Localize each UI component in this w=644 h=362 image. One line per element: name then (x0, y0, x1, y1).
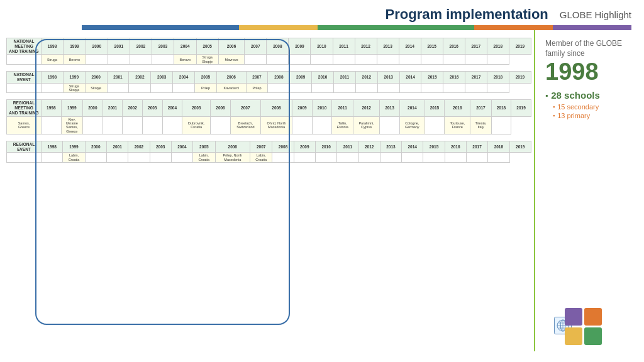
year-header-2-20: 2018 (491, 100, 511, 116)
data-cell-2-19: Toulouse, France (445, 116, 470, 134)
data-cell-2-0: Samos, Greece (7, 116, 42, 134)
data-cell-0-4 (108, 55, 130, 65)
data-cell-2-17: Cologne, Germany (399, 116, 425, 134)
logo-purple-cell (565, 308, 582, 326)
data-cell-0-18 (421, 55, 443, 65)
year-header-0-8: 2006 (218, 38, 245, 55)
year-header-1-11: 2009 (290, 72, 312, 84)
data-cell-3-19 (445, 153, 466, 163)
data-cell-0-16 (377, 55, 399, 65)
data-cell-1-2: Struga Skopje (63, 83, 85, 93)
data-cell-3-9: Prilep, North Macedonia (215, 153, 250, 163)
year-header-3-12: 2010 (315, 141, 336, 153)
data-cell-1-5 (129, 83, 151, 93)
data-cell-2-11: Ohrid, North Macedonia (260, 116, 292, 134)
year-header-2-10: 2008 (260, 100, 292, 116)
year-header-2-2: 2000 (83, 100, 103, 116)
year-header-0-3: 2001 (108, 38, 130, 55)
data-cell-2-15: Paralimni, Cyprus (353, 116, 379, 134)
data-cell-2-18 (425, 116, 445, 134)
sidebar-year: 1998 (545, 60, 635, 84)
year-header-3-2: 2000 (85, 141, 106, 153)
year-header-3-5: 2003 (150, 141, 171, 153)
data-cell-0-20 (465, 55, 487, 65)
data-cell-3-1 (42, 153, 63, 163)
data-cell-3-10: Labin, Croatia (250, 153, 272, 163)
color-bar-segment (239, 25, 318, 30)
timeline-area: NATIONAL MEETING AND TRAINING19981999200… (0, 30, 534, 351)
year-header-2-18: 2016 (445, 100, 470, 116)
year-header-2-3: 2001 (103, 100, 123, 116)
year-header-3-9: 2007 (250, 141, 272, 153)
data-cell-3-14 (337, 153, 358, 163)
year-header-2-17: 2015 (425, 100, 445, 116)
data-cell-1-4 (107, 83, 129, 93)
data-cell-0-10 (245, 55, 267, 65)
year-header-0-14: 2012 (355, 38, 377, 55)
year-header-2-16: 2014 (399, 100, 425, 116)
year-header-3-16: 2014 (402, 141, 423, 153)
data-cell-2-10: Breelach, Switzerland (230, 116, 260, 134)
page-title: Program implementation (386, 6, 548, 23)
year-header-1-6: 2004 (173, 72, 195, 84)
data-cell-3-3 (85, 153, 106, 163)
data-cell-3-20 (466, 153, 487, 163)
data-cell-3-16 (380, 153, 401, 163)
data-cell-1-3: Skopje (85, 83, 107, 93)
timeline-section-3: REGIONAL EVENT19981999200020012002200320… (6, 141, 531, 163)
year-header-1-9: 2007 (246, 72, 268, 84)
data-cell-0-5 (130, 55, 152, 65)
year-header-0-2: 2000 (86, 38, 108, 55)
year-header-3-4: 2002 (128, 141, 150, 153)
year-header-0-7: 2005 (196, 38, 218, 55)
year-header-0-16: 2014 (399, 38, 421, 55)
year-header-0-1: 1999 (64, 38, 86, 55)
data-cell-1-17 (399, 83, 421, 93)
data-cell-3-5 (128, 153, 150, 163)
year-header-2-0: 1998 (42, 100, 62, 116)
year-header-1-12: 2010 (312, 72, 334, 84)
year-header-0-0: 1998 (42, 38, 64, 55)
data-cell-0-6 (152, 55, 174, 65)
svg-rect-9 (584, 308, 602, 326)
logo-orange-cell (584, 308, 602, 326)
data-cell-2-5 (123, 116, 143, 134)
data-cell-3-15 (358, 153, 380, 163)
data-cell-0-14 (333, 55, 355, 65)
year-header-1-15: 2013 (377, 72, 399, 84)
svg-rect-10 (565, 327, 582, 345)
data-cell-1-18 (421, 83, 443, 93)
year-header-1-20: 2018 (487, 72, 509, 84)
year-header-3-1: 1999 (63, 141, 85, 153)
data-cell-2-12 (292, 116, 313, 134)
data-cell-3-18 (423, 153, 445, 163)
data-cell-2-2: Kiev, Ukraine Samos, Greece (61, 116, 82, 134)
year-header-0-9: 2007 (245, 38, 267, 55)
data-cell-1-7 (173, 83, 195, 93)
year-header-2-12: 2010 (312, 100, 332, 116)
year-header-2-13: 2011 (332, 100, 353, 116)
data-cell-1-21 (487, 83, 509, 93)
year-header-3-6: 2004 (171, 141, 192, 153)
year-header-0-18: 2016 (443, 38, 465, 55)
year-header-0-19: 2017 (465, 38, 487, 55)
year-header-0-5: 2003 (152, 38, 174, 55)
year-header-2-5: 2003 (142, 100, 162, 116)
data-cell-1-11 (268, 83, 290, 93)
year-header-1-13: 2011 (334, 72, 356, 84)
data-cell-2-4 (103, 116, 123, 134)
data-cell-1-15 (355, 83, 377, 93)
timeline-sections: NATIONAL MEETING AND TRAINING19981999200… (6, 34, 531, 163)
secondary-label: 15 secondary (553, 103, 635, 111)
data-cell-0-17 (399, 55, 421, 65)
year-header-3-19: 2017 (466, 141, 487, 153)
data-cell-2-6 (142, 116, 162, 134)
data-cell-3-8: Labin, Croatia (193, 153, 215, 163)
color-bar-segment (474, 25, 553, 30)
year-header-2-21: 2019 (511, 100, 531, 116)
year-header-3-17: 2015 (423, 141, 445, 153)
year-header-0-17: 2015 (421, 38, 443, 55)
year-header-1-4: 2002 (129, 72, 151, 84)
data-cell-2-9 (211, 116, 231, 134)
data-cell-3-12 (294, 153, 315, 163)
